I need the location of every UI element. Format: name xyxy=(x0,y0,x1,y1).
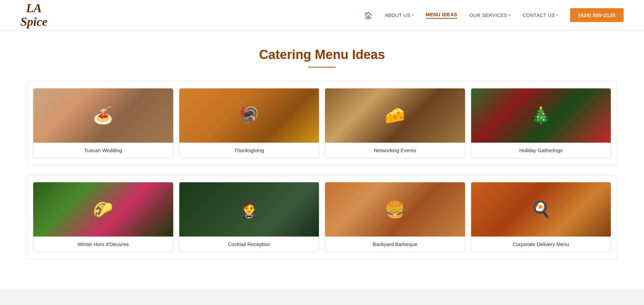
site-header: LA Spice 🏠 ABOUT US ▾ MENU IDEAS OUR SER… xyxy=(0,0,644,30)
card-label-networking: Networking Events xyxy=(325,143,465,158)
main-content: Catering Menu Ideas Tuscan Wedding Thank… xyxy=(0,30,644,289)
page-title: Catering Menu Ideas xyxy=(27,47,617,62)
title-divider xyxy=(308,67,336,67)
nav-menu-ideas[interactable]: MENU IDEAS xyxy=(426,12,457,19)
chevron-down-icon: ▾ xyxy=(412,13,414,17)
card-tuscan[interactable]: Tuscan Wedding xyxy=(33,88,174,158)
home-nav-icon[interactable]: 🏠 xyxy=(364,11,373,19)
card-label-corporate: Corporate Delivery Menu xyxy=(471,237,611,252)
card-label-holiday: Holiday Gatherings xyxy=(471,143,611,158)
card-backyard[interactable]: Backyard Barbeque xyxy=(325,182,465,252)
card-cocktail[interactable]: Cocktail Reception xyxy=(179,182,320,252)
card-networking[interactable]: Networking Events xyxy=(325,88,465,158)
main-nav: 🏠 ABOUT US ▾ MENU IDEAS OUR SERVICES ▾ C… xyxy=(364,8,624,22)
card-thanksgiving[interactable]: Thanksgiving xyxy=(179,88,320,158)
card-corporate[interactable]: Corporate Delivery Menu xyxy=(471,182,611,252)
card-image-thanksgiving xyxy=(179,88,319,143)
card-label-cocktail: Cocktail Reception xyxy=(179,237,319,252)
card-label-tuscan: Tuscan Wedding xyxy=(33,143,173,158)
phone-button[interactable]: (424) 500-2125 xyxy=(570,8,624,22)
card-image-networking xyxy=(325,88,465,143)
card-image-winter xyxy=(33,182,173,237)
card-label-winter: Winter Hors d'Oeuvres xyxy=(33,237,173,252)
card-image-corporate xyxy=(471,182,611,237)
cards-grid-row2: Winter Hors d'Oeuvres Cocktail Reception… xyxy=(33,182,611,252)
chevron-down-icon: ▾ xyxy=(509,13,511,17)
card-holiday[interactable]: Holiday Gatherings xyxy=(471,88,611,158)
nav-services[interactable]: OUR SERVICES ▾ xyxy=(469,13,510,18)
cards-grid-row1: Tuscan Wedding Thanksgiving Networking E… xyxy=(33,88,611,158)
card-image-holiday xyxy=(471,88,611,143)
chevron-down-icon: ▾ xyxy=(556,13,558,17)
nav-contact[interactable]: CONTACT US ▾ xyxy=(523,13,558,18)
logo-line2: Spice xyxy=(20,15,47,29)
card-image-cocktail xyxy=(179,182,319,237)
card-image-backyard xyxy=(325,182,465,237)
card-label-backyard: Backyard Barbeque xyxy=(325,237,465,252)
cards-row-1: Tuscan Wedding Thanksgiving Networking E… xyxy=(27,81,617,165)
cards-row-2: Winter Hors d'Oeuvres Cocktail Reception… xyxy=(27,175,617,259)
logo[interactable]: LA Spice xyxy=(20,2,47,28)
page-title-section: Catering Menu Ideas xyxy=(27,47,617,67)
logo-line1: LA xyxy=(20,2,47,15)
card-label-thanksgiving: Thanksgiving xyxy=(179,143,319,158)
nav-about[interactable]: ABOUT US ▾ xyxy=(385,13,414,18)
card-winter[interactable]: Winter Hors d'Oeuvres xyxy=(33,182,174,252)
card-image-tuscan xyxy=(33,88,173,143)
